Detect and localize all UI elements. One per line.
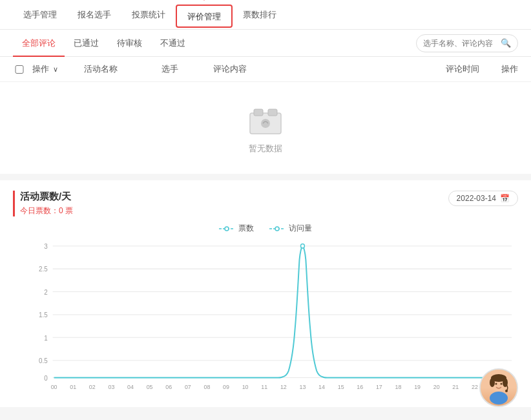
legend-votes: 票数	[219, 223, 254, 234]
nav-rank[interactable]: 票数排行	[233, 0, 287, 30]
svg-text:01: 01	[70, 383, 76, 390]
svg-text:21: 21	[452, 383, 459, 390]
svg-point-53	[495, 383, 497, 385]
chart-date-button[interactable]: 2022-03-14 📅	[448, 191, 518, 206]
svg-text:12: 12	[280, 383, 287, 390]
chart-date-label: 2022-03-14	[457, 194, 496, 203]
svg-point-55	[490, 392, 508, 404]
svg-point-7	[225, 227, 229, 231]
svg-text:2.5: 2.5	[39, 266, 48, 273]
search-icon: 🔍	[501, 38, 511, 48]
legend-votes-line	[219, 226, 234, 232]
svg-text:03: 03	[108, 383, 114, 390]
svg-text:06: 06	[165, 383, 172, 390]
tab-approved[interactable]: 已通过	[65, 30, 108, 57]
tab-pending[interactable]: 待审核	[108, 30, 151, 57]
tab-all[interactable]: 全部评论	[13, 30, 65, 57]
svg-text:15: 15	[338, 383, 344, 390]
svg-text:11: 11	[261, 383, 267, 390]
action-dropdown-arrow: ∨	[53, 65, 58, 73]
svg-text:14: 14	[318, 383, 325, 390]
content-area: 全部评论 已通过 待审核 不通过 🔍 操作 ∨ 活动名称 选手 评论内容	[0, 30, 531, 174]
svg-text:00: 00	[51, 383, 57, 390]
svg-marker-1	[199, 0, 209, 1]
chart-wrapper: 3 2.5 2 1.5 1 0.5 0 00 01 02 03 04 0	[13, 239, 518, 407]
select-all-checkbox[interactable]	[13, 65, 26, 74]
svg-text:17: 17	[376, 383, 382, 390]
tab-rejected[interactable]: 不通过	[151, 30, 194, 57]
col-header-action[interactable]: 操作 ∨	[32, 63, 84, 75]
svg-text:13: 13	[300, 383, 306, 390]
chart-svg: 3 2.5 2 1.5 1 0.5 0 00 01 02 03 04 0	[34, 239, 518, 392]
svg-text:0.5: 0.5	[39, 357, 48, 364]
chart-section: 活动票数/天 今日票数：0 票 2022-03-14 📅 票数 访问量	[0, 180, 531, 407]
legend-visits-line	[269, 226, 285, 232]
svg-point-58	[505, 390, 508, 392]
svg-text:3: 3	[44, 243, 48, 250]
svg-point-9	[275, 227, 279, 231]
svg-point-48	[300, 244, 304, 248]
svg-text:1.5: 1.5	[39, 311, 48, 319]
svg-text:09: 09	[223, 383, 229, 390]
svg-text:19: 19	[414, 383, 421, 390]
col-header-operation: 操作	[492, 63, 518, 75]
calendar-icon: 📅	[500, 194, 510, 203]
arrow-indicator	[194, 0, 214, 3]
nav-review-mgmt[interactable]: 评价管理	[176, 5, 233, 28]
svg-text:08: 08	[203, 383, 210, 390]
legend-visits: 访问量	[269, 223, 312, 234]
nav-vote-stats[interactable]: 投票统计	[121, 0, 176, 30]
nav-sign-up[interactable]: 报名选手	[67, 0, 121, 30]
chart-legend: 票数 访问量	[13, 223, 518, 234]
table-header: 操作 ∨ 活动名称 选手 评论内容 评论时间 操作	[0, 57, 531, 82]
svg-rect-4	[268, 109, 277, 116]
svg-text:20: 20	[433, 383, 440, 390]
chart-title-box: 活动票数/天 今日票数：0 票	[13, 191, 73, 216]
tab-bar: 全部评论 已通过 待审核 不通过 🔍	[0, 30, 531, 57]
svg-rect-3	[254, 109, 263, 116]
chart-header: 活动票数/天 今日票数：0 票 2022-03-14 📅	[13, 191, 518, 216]
empty-icon	[247, 108, 284, 136]
svg-text:1: 1	[44, 334, 48, 341]
svg-text:05: 05	[147, 383, 153, 390]
empty-state: 暂无数据	[0, 82, 531, 174]
svg-text:18: 18	[395, 383, 402, 390]
svg-text:2: 2	[44, 288, 48, 295]
svg-text:02: 02	[89, 383, 96, 390]
chart-title: 活动票数/天	[20, 191, 73, 203]
avatar-svg	[481, 370, 517, 406]
col-header-time: 评论时间	[402, 63, 479, 75]
svg-text:10: 10	[242, 383, 249, 390]
svg-text:22: 22	[472, 383, 478, 390]
search-box[interactable]: 🔍	[416, 34, 518, 52]
svg-text:16: 16	[357, 383, 363, 390]
search-input[interactable]	[423, 39, 501, 48]
col-header-contestant: 选手	[161, 63, 213, 75]
svg-point-54	[501, 383, 503, 385]
top-navigation: 选手管理 报名选手 投票统计 评价管理 票数排行	[0, 0, 531, 30]
svg-rect-56	[490, 381, 493, 385]
svg-text:0: 0	[44, 374, 48, 381]
chart-subtitle: 今日票数：0 票	[20, 205, 73, 216]
customer-service-avatar[interactable]	[479, 368, 518, 407]
nav-contestant-mgmt[interactable]: 选手管理	[13, 0, 67, 30]
col-header-content: 评论内容	[213, 63, 402, 75]
svg-point-5	[261, 119, 270, 128]
col-header-activity: 活动名称	[84, 63, 161, 75]
empty-text: 暂无数据	[249, 143, 282, 154]
svg-text:04: 04	[127, 383, 134, 390]
svg-text:07: 07	[185, 383, 191, 390]
avatar-face	[481, 370, 517, 406]
